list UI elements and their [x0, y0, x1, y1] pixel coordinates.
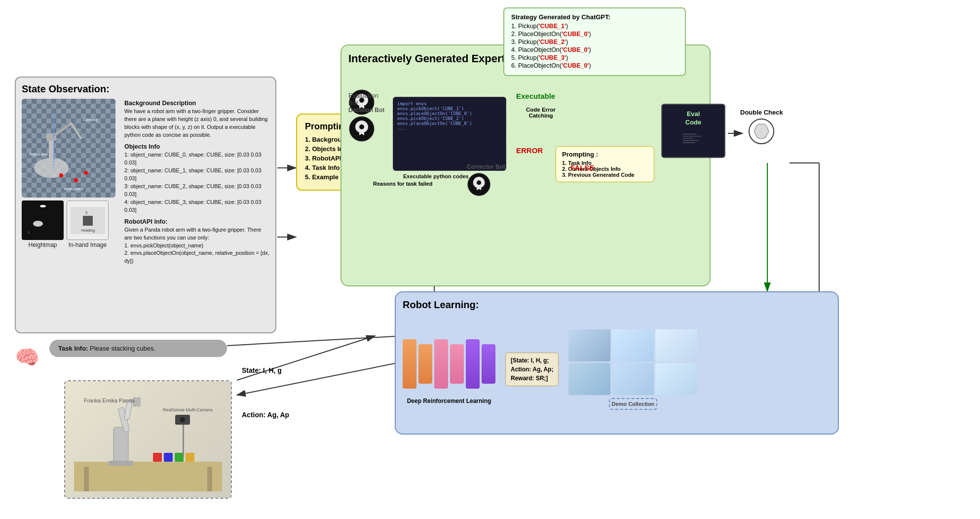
state-label-box: [State: I, H, g; Action: Ag, Ap; Reward:… — [505, 353, 559, 386]
svg-text:Robot Arm: Robot Arm — [29, 152, 48, 157]
drl-layers — [403, 334, 495, 394]
drl-label: Deep Reinforcement Learning — [407, 398, 491, 404]
svg-rect-61 — [683, 140, 699, 141]
svg-rect-59 — [683, 136, 702, 136]
svg-rect-60 — [683, 138, 693, 138]
drl-section: Deep Reinforcement Learning — [403, 334, 495, 404]
svg-text:Holding: Holding — [81, 228, 95, 233]
objects-info-title: Objects Info — [124, 142, 269, 151]
objects-info-list: 1: object_name: CUBE_0, shape: CUBE, siz… — [124, 151, 269, 214]
svg-point-40 — [74, 178, 78, 182]
executable-label: Executable — [516, 92, 555, 101]
svg-rect-80 — [109, 461, 133, 466]
inhand-image: Holding 2 — [67, 200, 109, 240]
svg-rect-77 — [84, 467, 89, 491]
state-obs-title: State Observation: — [22, 83, 269, 95]
state-arrow-label: State: I, H, g — [242, 366, 282, 374]
demo-dashed-border: Demo Collection — [609, 398, 658, 410]
heightmap-inhand-area: I Heightmap Holding 2 — [22, 200, 120, 248]
demo-label: Demo Collection — [612, 401, 655, 407]
rl-inner: Deep Reinforcement Learning [State: I, H… — [403, 315, 831, 424]
svg-rect-79 — [113, 427, 128, 462]
svg-rect-27 — [22, 99, 115, 198]
bg-desc-text: We have a robot arm with a two-finger gr… — [124, 108, 269, 139]
demo-img-2 — [612, 329, 654, 361]
layer-pink-2 — [450, 344, 464, 384]
strategy-item-4: 4. PlaceObjectOn('CUBE_0') — [511, 46, 678, 53]
svg-point-41 — [84, 171, 88, 175]
svg-text:2: 2 — [85, 210, 88, 215]
svg-text:Workspace: Workspace — [64, 187, 83, 191]
prompting-sub-item-3: 3. Previous Generated Code — [562, 172, 648, 178]
action-arrow-label: Action: Ag, Ap — [242, 411, 289, 419]
false-label: FALSE — [570, 163, 594, 172]
strategy-item-6: 6. PlaceObjectOn('CUBE_0') — [511, 62, 678, 69]
robot-learning-box: Robot Learning: Deep Reinforcement Learn… — [395, 291, 839, 435]
list-item: 2: object_name: CUBE_1, shape: CUBE, siz… — [124, 167, 269, 183]
heightmap-image: I — [22, 200, 64, 240]
decision-bot-label: Decision Bot — [348, 107, 384, 114]
demo-section: Demo Collection — [568, 329, 697, 410]
svg-text:RealSense Multi-Camera: RealSense Multi-Camera — [163, 407, 213, 412]
svg-point-91 — [180, 417, 185, 422]
strategy-item-3: 3. Pickup('CUBE_2') — [511, 39, 678, 45]
robot-api-text: Given a Panda robot arm with a two-figur… — [124, 226, 269, 266]
code-dark-box: import envs envs.pickObject('CUBE_1') en… — [393, 97, 506, 171]
task-info-text: Please stacking cubes. — [90, 345, 155, 352]
state-obs-left: Camera Robot Arm Workspace — [22, 99, 120, 327]
corrector-section: Corrector Bot — [467, 163, 505, 199]
error-label: ERROR — [516, 146, 543, 155]
demo-img-4 — [568, 363, 610, 395]
expert-inner: Evaluation Bot Decision Bot — [348, 67, 703, 293]
demo-img-3 — [655, 329, 697, 361]
task-info-box: Task Info: Please stacking cubes. — [49, 340, 227, 357]
svg-text:I: I — [28, 230, 29, 235]
brain-icon: 🧠 — [15, 346, 39, 369]
svg-rect-48 — [83, 216, 93, 226]
list-item: 4: object_name: CUBE_3, shape: CUBE, siz… — [124, 199, 269, 214]
real-robot-box: Franka Emika Panda RealSense Multi-Camer… — [64, 380, 232, 499]
demo-img-6 — [655, 363, 697, 395]
svg-rect-58 — [683, 134, 697, 134]
demo-img-5 — [612, 363, 654, 395]
strategy-item-2: 2. PlaceObjectOn('CUBE_0') — [511, 31, 678, 38]
strategy-title: Strategy Generated by ChatGPT: — [511, 13, 678, 21]
state-observation-box: State Observation: — [15, 77, 276, 333]
code-error-label: Code ErrorCatching — [519, 107, 563, 119]
list-item: 1: object_name: CUBE_0, shape: CUBE, siz… — [124, 151, 269, 167]
layer-orange-2 — [418, 344, 432, 384]
real-robot-image: Franka Emika Panda RealSense Multi-Camer… — [65, 381, 231, 498]
svg-rect-84 — [137, 398, 140, 406]
svg-rect-87 — [175, 453, 184, 462]
svg-point-54 — [359, 124, 364, 129]
strategy-box: Strategy Generated by ChatGPT: 1. Pickup… — [503, 7, 686, 76]
demo-img-1 — [568, 329, 610, 361]
list-item: 3: object_name: CUBE_2, shape: CUBE, siz… — [124, 183, 269, 199]
strategy-item-5: 5. Pickup('CUBE_3') — [511, 54, 678, 61]
code-box-label: Executable python codes — [403, 173, 469, 179]
svg-rect-88 — [186, 453, 194, 462]
svg-rect-62 — [683, 142, 695, 143]
task-info-title: Task Info: — [58, 345, 88, 352]
svg-point-39 — [59, 173, 63, 177]
svg-rect-44 — [26, 209, 60, 236]
svg-point-45 — [33, 221, 43, 227]
svg-text:Camera: Camera — [83, 118, 98, 122]
eval-code-box: EvalCode — [661, 104, 725, 158]
robot-api-title: RobotAPI Info: — [124, 217, 269, 226]
state-obs-description: Background Description We have a robot a… — [124, 99, 269, 327]
expert-box: Interactively Generated Expert: Evaluati… — [340, 44, 711, 286]
double-check-area: Double Check — [740, 109, 783, 147]
strategy-item-1: 1. Pickup('CUBE_1') — [511, 23, 678, 30]
robot-learning-title: Robot Learning: — [403, 299, 831, 311]
double-check-label: Double Check — [740, 109, 783, 116]
decision-bot-section: Decision Bot — [348, 107, 384, 145]
svg-rect-85 — [153, 453, 162, 462]
layer-orange-1 — [403, 339, 416, 389]
decision-bot-icon — [348, 116, 384, 145]
robot-image: Camera Robot Arm Workspace — [22, 99, 115, 198]
reasons-label: Reasons for task failed — [373, 181, 432, 187]
svg-text:Franka Emika Panda: Franka Emika Panda — [84, 398, 135, 403]
demo-grid — [568, 329, 697, 395]
corrector-label: Corrector Bot — [467, 163, 505, 170]
